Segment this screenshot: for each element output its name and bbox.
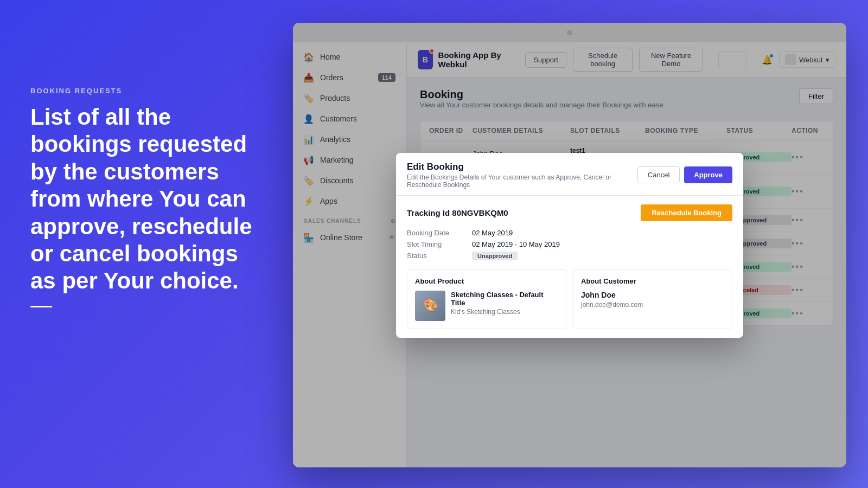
customer-card: About Customer John Doe john.doe@demo.co… — [573, 269, 732, 329]
slot-timing-value: 02 May 2019 - 10 May 2019 — [472, 240, 732, 248]
status-value: Unapproved — [472, 252, 732, 260]
reschedule-button[interactable]: Reschedule Booking — [641, 204, 732, 221]
tracking-id: Tracking Id 80NGVBKQM0 — [407, 208, 508, 217]
product-thumbnail: 🎨 — [415, 291, 445, 321]
left-subtitle: BOOKING REQUESTS — [30, 87, 258, 95]
booking-details: Booking Date 02 May 2019 Slot Timing 02 … — [407, 229, 732, 260]
status-label: Status — [407, 252, 472, 260]
left-divider — [30, 306, 52, 307]
slot-timing-label: Slot Timing — [407, 240, 472, 248]
about-customer-title: About Customer — [581, 277, 724, 285]
tracking-section: Tracking Id 80NGVBKQM0 Reschedule Bookin… — [407, 204, 732, 221]
modal-bottom-grid: About Product 🎨 Sketching Classes - Defa… — [407, 269, 732, 329]
status-badge: Unapproved — [472, 252, 518, 260]
modal-title: Edit Booking — [407, 162, 637, 172]
modal-approve-button[interactable]: Approve — [684, 166, 732, 183]
modal-header: Edit Booking Edit the Bookings Details o… — [396, 153, 743, 196]
product-card: About Product 🎨 Sketching Classes - Defa… — [407, 269, 566, 329]
left-panel: BOOKING REQUESTS List of all the booking… — [30, 87, 258, 307]
modal-body: Tracking Id 80NGVBKQM0 Reschedule Bookin… — [396, 196, 743, 338]
modal-subtitle: Edit the Bookings Details of Your custom… — [407, 174, 637, 189]
about-product-title: About Product — [415, 277, 558, 285]
customer-name: John Doe — [581, 291, 724, 299]
left-title: List of all the bookings requested by th… — [30, 104, 258, 295]
customer-email: john.doe@demo.com — [581, 301, 724, 309]
edit-booking-modal: Edit Booking Edit the Bookings Details o… — [396, 153, 743, 338]
booking-date-label: Booking Date — [407, 229, 472, 237]
browser-window: 🏠 Home 📥 Orders 114 🏷️ Products 👤 Custom… — [293, 23, 846, 467]
modal-actions: Cancel Approve — [637, 166, 732, 183]
modal-cancel-button[interactable]: Cancel — [637, 166, 680, 183]
product-info: 🎨 Sketching Classes - Default Title Kid'… — [415, 291, 558, 321]
product-text: Sketching Classes - Default Title Kid's … — [451, 291, 558, 316]
booking-date-value: 02 May 2019 — [472, 229, 732, 237]
product-sub: Kid's Sketching Classes — [451, 308, 558, 316]
modal-overlay: Edit Booking Edit the Bookings Details o… — [293, 23, 846, 467]
modal-header-text: Edit Booking Edit the Bookings Details o… — [407, 162, 637, 189]
product-name: Sketching Classes - Default Title — [451, 291, 558, 307]
